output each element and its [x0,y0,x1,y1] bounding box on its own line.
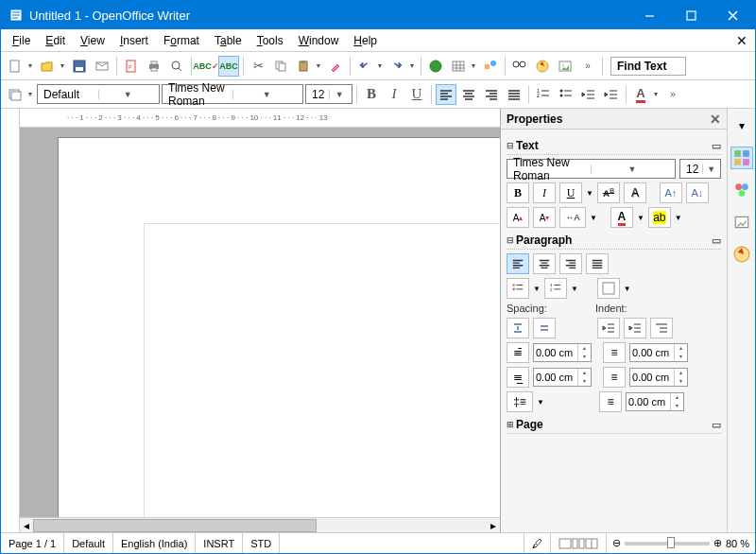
bold-button[interactable]: B [361,84,382,105]
close-document-icon[interactable]: ✕ [736,33,747,48]
font-color-button[interactable]: A [630,84,651,105]
export-pdf-button[interactable]: P [121,56,142,77]
styles-dropdown[interactable]: ▼ [26,91,35,97]
paragraph-section-more-icon[interactable]: ▭ [712,234,721,247]
increase-indent-panel-button[interactable] [597,318,620,338]
page-section-more-icon[interactable]: ▭ [712,419,721,431]
panel-numbering-button[interactable]: 12 [544,278,567,299]
table-dropdown[interactable]: ▼ [469,62,478,69]
sidetab-gallery-icon[interactable] [730,211,753,234]
font-name-combo[interactable]: Times New Roman▼ [162,84,303,104]
panel-shadow-button[interactable]: A [624,182,646,203]
menu-insert[interactable]: Insert [112,32,156,49]
menu-edit[interactable]: Edit [38,32,73,49]
open-dropdown[interactable]: ▼ [58,62,67,69]
hyperlink-button[interactable] [425,56,446,77]
copy-button[interactable] [270,56,291,77]
open-button[interactable] [37,56,58,77]
navigator-button[interactable] [532,56,553,77]
panel-bullets-button[interactable] [507,278,529,299]
status-style[interactable]: Default [64,533,113,553]
panel-align-left-button[interactable] [507,253,529,274]
underline-button[interactable]: U [406,84,427,105]
page-section-toggle[interactable]: ⊞ [507,420,516,429]
align-center-button[interactable] [458,84,479,105]
redo-dropdown[interactable]: ▼ [407,62,417,69]
format-paintbrush-button[interactable] [325,56,346,77]
panel-grow-font-button[interactable]: A↑ [660,182,682,203]
autospell-button[interactable]: ABC [218,56,239,77]
new-button[interactable] [5,56,26,77]
horizontal-scrollbar[interactable]: ◂ ▸ [20,517,500,532]
panel-underline-button[interactable]: U [559,182,582,203]
paragraph-section-toggle[interactable]: ⊟ [507,235,516,245]
print-button[interactable] [144,56,164,77]
panel-shrink-font-button[interactable]: A↓ [686,182,709,203]
spellcheck-button[interactable]: ABC✓ [196,56,216,77]
line-spacing-button[interactable]: ‡≡ [507,391,533,412]
maximize-button[interactable] [670,2,712,28]
email-button[interactable] [92,56,112,77]
bulleted-list-button[interactable] [556,84,576,105]
panel-spacing-button[interactable]: ↔A [559,207,586,228]
table-button[interactable] [448,56,469,77]
menu-tools[interactable]: Tools [249,32,291,49]
undo-dropdown[interactable]: ▼ [375,62,385,69]
status-insert-mode[interactable]: INSRT [196,533,243,553]
italic-button[interactable]: I [384,84,404,105]
sidetab-navigator-icon[interactable] [730,243,753,266]
menu-view[interactable]: View [73,32,112,49]
find-text-button[interactable]: Find Text [610,57,686,76]
document-canvas[interactable] [20,128,500,517]
panel-align-justify-button[interactable] [586,253,609,274]
text-section-more-icon[interactable]: ▭ [712,140,721,152]
find-button[interactable] [509,56,530,77]
indent-left-input[interactable]: ▴▾ [629,343,688,362]
paste-dropdown[interactable]: ▼ [314,62,323,69]
properties-close-icon[interactable]: ✕ [710,112,721,127]
status-view-layout[interactable] [551,533,607,553]
zoom-percent[interactable]: 80 % [726,538,749,549]
panel-font-color-button[interactable]: A [610,207,633,228]
panel-superscript-button[interactable]: A▴ [507,207,529,228]
hanging-indent-button[interactable] [650,318,673,338]
minimize-button[interactable] [628,2,670,28]
panel-align-right-button[interactable] [559,253,582,274]
status-selection-mode[interactable]: STD [243,533,280,553]
page[interactable] [58,137,500,517]
panel-subscript-button[interactable]: A▾ [533,207,556,228]
gallery-button[interactable] [555,56,576,77]
decrease-spacing-button[interactable] [533,318,556,338]
sidetab-styles-icon[interactable] [730,179,753,201]
zoom-out-button[interactable]: ⊖ [612,537,621,549]
zoom-slider[interactable] [625,542,710,545]
indent-left-icon[interactable]: ≡ [603,342,626,363]
cut-button[interactable]: ✂ [248,56,268,77]
increase-indent-button[interactable] [601,84,622,105]
spacing-below-icon[interactable]: ≡̲ [507,367,529,388]
zoom-in-button[interactable]: ⊕ [713,537,722,549]
font-size-combo[interactable]: 12▼ [305,84,352,104]
more-format-buttons[interactable]: » [662,84,683,105]
sidetab-properties-icon[interactable] [730,147,753,169]
new-dropdown[interactable]: ▼ [26,62,35,69]
menu-format[interactable]: Format [156,32,207,49]
save-button[interactable] [69,56,90,77]
panel-highlight-button[interactable]: ab [648,207,671,228]
status-signature[interactable]: 🖊 [524,533,551,553]
text-section-toggle[interactable]: ⊟ [507,141,516,150]
more-buttons[interactable]: » [577,56,598,77]
panel-italic-button[interactable]: I [533,182,556,203]
close-button[interactable] [712,2,753,28]
indent-right-input[interactable]: ▴▾ [629,368,688,387]
menu-file[interactable]: File [5,32,38,49]
styles-button[interactable] [5,84,26,105]
menu-help[interactable]: Help [346,32,385,49]
increase-spacing-button[interactable] [507,318,529,338]
show-draw-button[interactable] [480,56,501,77]
menu-table[interactable]: Table [207,32,249,49]
spacing-below-input[interactable]: ▴▾ [533,368,592,387]
spacing-above-input[interactable]: ▴▾ [533,343,592,362]
menu-window[interactable]: Window [291,32,347,49]
panel-font-combo[interactable]: Times New Roman▼ [507,159,676,179]
